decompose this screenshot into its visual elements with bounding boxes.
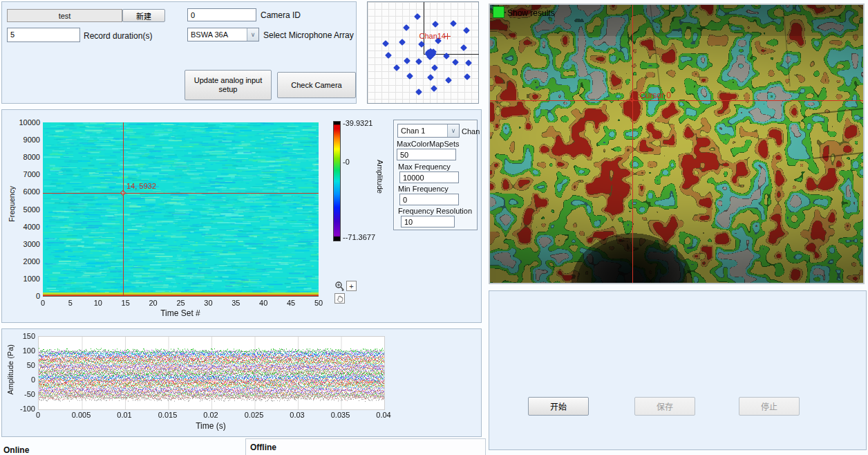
axis-tick-label: 0 [36,411,40,419]
frequency-resolution-label: Frequency Resolution [398,207,472,215]
axis-tick-label: 0.015 [158,411,178,419]
chevron-down-icon[interactable]: ∨ [447,124,459,137]
offline-status-bar: Offline [245,438,486,455]
colorbar-mid-label: -0 [343,158,350,166]
axis-tick-label: 0.035 [331,411,350,419]
camera-view[interactable]: Cursor 0 Show results [489,3,865,284]
colorbar-min-label: --71.3677 [343,233,375,241]
axis-tick-label: 0.03 [290,411,304,419]
new-project-button[interactable]: 新建 [122,9,165,22]
offline-status-label: Offline [250,443,276,452]
online-status-label: Online [3,445,29,455]
graph-pan-tool[interactable] [334,293,345,304]
mic-position-dot [431,64,438,71]
magnifier-icon [334,281,345,291]
colorbar-axis-label: Amplitude [376,160,384,194]
chan-settings-box: Chan 1 ∨ Chan MaxColorMapSets 50 Max Fre… [393,120,478,230]
record-duration-label: Record duration(s) [84,31,152,41]
mic-position-dot [465,59,472,66]
mic-dot-layer [368,2,478,103]
maxcolormapsets-input[interactable]: 50 [397,149,456,160]
mic-position-dot [432,21,439,28]
frequency-resolution-input[interactable]: 10 [401,216,455,228]
mic-position-dot [404,57,411,64]
show-results-indicator[interactable] [493,6,504,18]
waveform-xlabel: Time (s) [196,421,226,431]
colorbar-max-label: -39.9321 [343,119,372,127]
update-analog-input-label: Update analog input setup [194,76,263,94]
axis-tick-label: 35 [232,299,240,307]
run-control-panel: 开始 保存 停止 [489,290,867,450]
chan-label: Chan [462,127,480,136]
mic-array-plot[interactable]: Chan14 [367,1,479,104]
axis-tick-label: 0.01 [117,411,131,419]
mic-position-dot [414,13,421,20]
setup-panel: test 新建 5 Record duration(s) 0 Camera ID… [1,1,357,104]
chan-select[interactable]: Chan 1 ∨ [397,124,460,138]
camera-id-input[interactable]: 0 [187,8,256,21]
graph-zoom-tool[interactable] [334,281,345,291]
maxcolormapsets-label: MaxColorMapSets [397,140,459,148]
record-duration-input[interactable]: 5 [7,28,80,42]
waveform-xaxis: 00.0050.010.0150.020.0250.030.0350.04 [2,329,481,436]
mic-position-dot [393,64,400,71]
axis-tick-label: 20 [149,299,157,307]
spectrogram-xlabel: Time Set # [160,308,200,318]
axis-tick-label: 0.04 [376,411,390,419]
axis-tick-label: 0.025 [245,411,264,419]
mic-position-dot [452,59,459,66]
show-results-label: Show results [507,8,555,18]
axis-tick-label: 50 [314,299,323,307]
axis-tick-label: 0.005 [72,411,91,419]
axis-tick-label: 30 [204,299,212,307]
chan-select-value: Chan 1 [398,127,447,135]
update-analog-input-button[interactable]: Update analog input setup [185,70,272,100]
mic-position-dot [464,73,471,80]
chevron-down-icon[interactable]: ∨ [247,28,258,41]
waveform-panel: Amplitude (Pa) 150100500-50-100 00.0050.… [1,328,482,437]
mic-position-dot [382,40,389,47]
mic-cursor-label: Chan14 [419,32,446,40]
mic-position-dot [418,41,425,48]
mic-array-select-value: BSWA 36A [188,30,247,39]
hand-icon [336,295,344,303]
mic-position-dot [460,44,467,51]
mic-position-dot [463,27,470,34]
axis-tick-label: 0 [41,299,45,307]
project-select[interactable]: test [7,9,122,22]
axis-tick-label: 25 [176,299,185,307]
mic-position-dot [385,52,392,59]
start-button[interactable]: 开始 [528,397,589,416]
axis-tick-label: 45 [287,299,295,307]
axis-tick-label: 40 [259,299,267,307]
mic-array-label: Select Microphone Array [263,30,354,40]
camera-cursor-vline[interactable] [632,5,633,283]
mic-position-dot [415,89,422,95]
mic-position-dot [431,85,437,92]
max-frequency-input[interactable]: 10000 [399,171,459,183]
mic-position-dot [450,20,457,27]
beamforming-overlay-image [490,5,863,283]
camera-cursor-label: Cursor 0 [639,91,671,100]
max-frequency-label: Max Frequency [398,162,451,171]
mic-position-dot [403,24,410,31]
mic-position-dot [415,58,422,65]
project-select-value: test [59,12,71,20]
acoustic-camera-app: test 新建 5 Record duration(s) 0 Camera ID… [0,0,868,455]
mic-cursor-crosshair-v [447,33,448,39]
spectrogram-panel: Frequency 100009000800070006000500040003… [1,109,482,323]
axis-tick-label: 5 [68,299,73,307]
axis-tick-label: 10 [94,299,102,307]
mic-position-dot [399,39,406,46]
axis-tick-label: 15 [122,299,130,307]
min-frequency-input[interactable]: 0 [399,194,459,205]
axis-tick-label: 0.02 [203,411,218,419]
graph-cursor-tool[interactable]: + [346,281,357,291]
save-button[interactable]: 保存 [634,397,695,416]
stop-button[interactable]: 停止 [739,397,800,416]
camera-cursor-hline[interactable] [490,100,863,101]
mic-position-dot [443,53,450,59]
mic-position-dot [406,73,413,80]
mic-array-select[interactable]: BSWA 36A ∨ [187,28,259,41]
check-camera-button[interactable]: Check Camera [277,72,356,98]
